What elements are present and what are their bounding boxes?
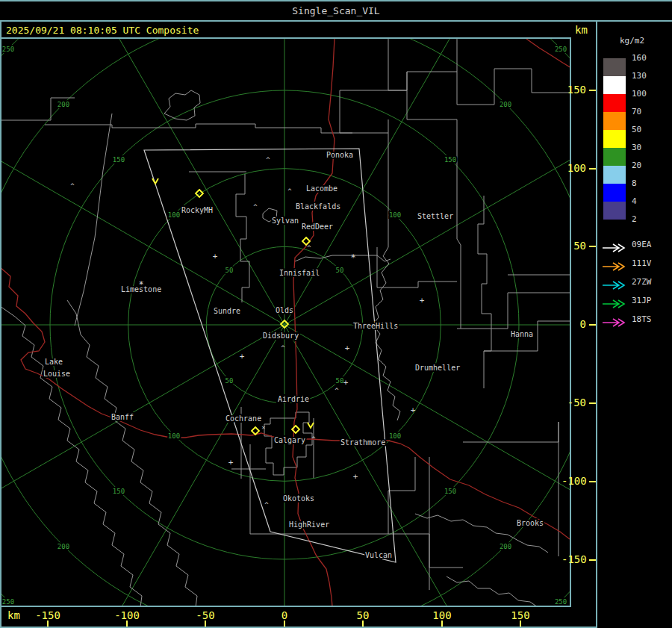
right-axis-tick bbox=[589, 402, 596, 404]
right-axis-tick bbox=[589, 481, 596, 482]
track-arrow-icon bbox=[602, 279, 627, 287]
ring-distance-label: 100 bbox=[168, 211, 180, 219]
boundary-line bbox=[340, 90, 388, 133]
legend-value-label: 30 bbox=[632, 143, 662, 152]
city-label: HighRiver bbox=[289, 520, 329, 529]
boundary-line bbox=[1, 306, 142, 606]
bottom-axis-tick bbox=[47, 621, 49, 627]
town-marker: + bbox=[345, 343, 350, 353]
right-axis-tick-label: -50 bbox=[561, 397, 586, 408]
right-axis-tick bbox=[589, 324, 596, 326]
town-marker: ✕ bbox=[262, 424, 266, 431]
ring-distance-label: 50 bbox=[225, 377, 234, 385]
bottom-axis-tick bbox=[441, 621, 443, 627]
right-axis-unit: km bbox=[575, 24, 588, 36]
storm-vector-marker bbox=[152, 178, 158, 184]
legend-value-label: 100 bbox=[632, 89, 662, 99]
storm-vector-marker bbox=[308, 423, 314, 428]
legend-color-block bbox=[603, 202, 626, 220]
ring-distance-label: 200 bbox=[57, 101, 69, 108]
right-axis-tick-label: 50 bbox=[561, 240, 586, 252]
radial-line bbox=[1, 325, 284, 606]
ring-distance-label: 200 bbox=[500, 543, 511, 550]
track-id-label: 18TS bbox=[632, 314, 666, 324]
right-axis-tick-label: 0 bbox=[561, 318, 586, 330]
boundary-line bbox=[295, 255, 391, 261]
radar-site-marker bbox=[292, 426, 299, 433]
legend-value-label: 20 bbox=[632, 161, 662, 170]
legend-color-block bbox=[603, 112, 626, 130]
bottom-axis-tick-label: -150 bbox=[30, 609, 66, 621]
boundary-line bbox=[388, 534, 463, 568]
right-axis-tick bbox=[589, 90, 596, 91]
city-label: Innisfail bbox=[279, 269, 320, 277]
town-marker: + bbox=[420, 296, 425, 305]
right-axis-tick-label: 100 bbox=[561, 162, 586, 174]
town-marker: ^ bbox=[335, 387, 339, 394]
ring-distance-label: 100 bbox=[389, 211, 401, 219]
bottom-axis-tick bbox=[362, 621, 364, 627]
map-frame: 5050505010010010010015015015015020020020… bbox=[0, 37, 571, 607]
ring-distance-label: 100 bbox=[389, 432, 401, 440]
legend-value-label: 130 bbox=[632, 71, 662, 81]
legend-color-block bbox=[603, 184, 626, 202]
boundary-line bbox=[250, 444, 415, 534]
town-marker: + bbox=[228, 458, 234, 467]
legend-color-block bbox=[603, 94, 626, 112]
ring-distance-label: 100 bbox=[168, 432, 180, 440]
ring-distance-label: 250 bbox=[2, 46, 14, 53]
legend-value-label: 70 bbox=[632, 107, 662, 116]
town-marker: ^ bbox=[253, 203, 258, 211]
right-axis-tick-label: 150 bbox=[561, 84, 586, 96]
boundary-line bbox=[447, 576, 538, 606]
city-label: Lake bbox=[45, 358, 63, 366]
bottom-axis-tick bbox=[126, 621, 128, 627]
town-marker: ^ bbox=[281, 344, 285, 352]
legend-value-label: 8 bbox=[632, 178, 662, 188]
left-border bbox=[0, 22, 1, 628]
boundary-line bbox=[75, 114, 112, 326]
legend-value-label: 50 bbox=[632, 125, 662, 134]
legend-color-block bbox=[603, 148, 626, 166]
town-marker: + bbox=[411, 405, 416, 415]
bottom-axis-tick-label: 100 bbox=[424, 609, 460, 621]
city-label: Louise bbox=[43, 370, 70, 378]
track-arrow-icon bbox=[602, 316, 627, 325]
boundary-line bbox=[377, 247, 457, 287]
track-id-label: 27ZW bbox=[632, 277, 666, 287]
radial-line bbox=[284, 39, 570, 325]
radar-map[interactable]: 5050505010010010010015015015015020020020… bbox=[1, 39, 570, 606]
radial-line bbox=[1, 325, 284, 606]
ring-distance-label: 150 bbox=[444, 156, 456, 164]
track-arrow-icon bbox=[602, 241, 627, 250]
bottom-axis-tick-label: 50 bbox=[345, 609, 381, 621]
radial-line bbox=[284, 39, 570, 325]
city-label: Ponoka bbox=[326, 151, 353, 159]
boundary-line bbox=[463, 422, 559, 442]
ring-distance-label: 50 bbox=[336, 267, 344, 274]
city-label: RockyMH bbox=[181, 206, 213, 214]
city-label: Brooks bbox=[517, 519, 544, 527]
town-marker: ^ bbox=[266, 156, 270, 164]
boundary-line bbox=[45, 124, 352, 133]
window-title: Single_Scan_VIL bbox=[292, 5, 379, 16]
legend-unit-label: kg/m2 bbox=[620, 36, 644, 46]
legend-min-value-label: 2 bbox=[632, 214, 662, 224]
bottom-axis-tick-label: -50 bbox=[187, 609, 223, 621]
ring-distance-label: 200 bbox=[500, 101, 511, 108]
town-marker: + bbox=[353, 472, 358, 482]
right-axis-tick-label: -100 bbox=[561, 475, 586, 487]
legend-color-block bbox=[603, 58, 626, 76]
track-id-label: 111V bbox=[632, 258, 666, 268]
radar-viewer-window: Single_Scan_VIL 2025/09/21 08:10:05 UTC … bbox=[0, 0, 672, 628]
town-marker: ^ bbox=[287, 187, 292, 195]
ring-distance-label: 150 bbox=[113, 488, 125, 495]
ring-distance-label: 50 bbox=[225, 267, 234, 274]
city-label: Strathmore bbox=[340, 438, 385, 447]
right-axis-tick bbox=[589, 168, 596, 170]
legend-color-block bbox=[603, 166, 626, 184]
city-label: Blackfalds bbox=[296, 202, 340, 211]
bottom-axis-tick-label: 0 bbox=[267, 609, 302, 621]
town-marker: * bbox=[350, 252, 355, 263]
city-label: Sylvan bbox=[272, 217, 299, 225]
